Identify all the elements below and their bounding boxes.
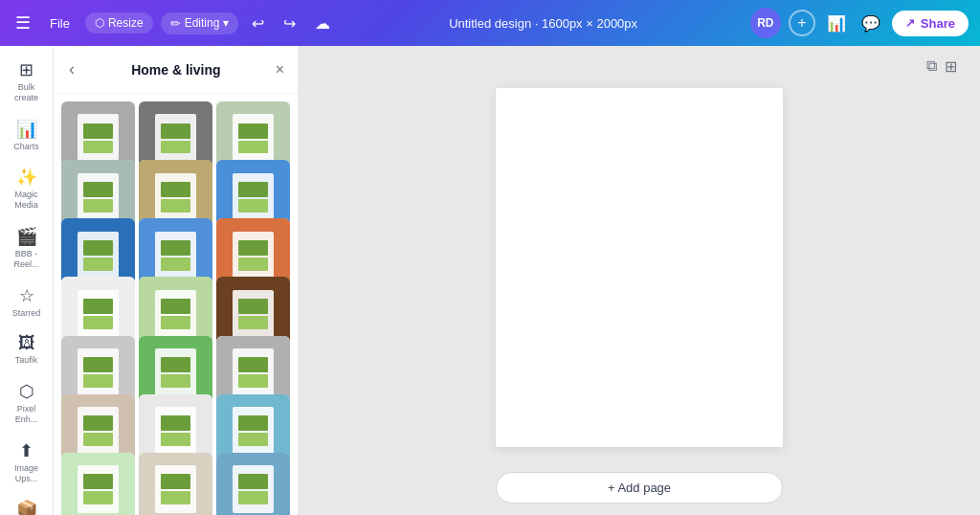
- edit-pen-icon: ✏: [170, 16, 181, 31]
- sidebar-item-magic-media[interactable]: ✨ Magic Media: [2, 161, 52, 216]
- topbar: ☰ File ⬡ Resize ✏ Editing ▾ ↩ ↪ ☁ Untitl…: [0, 0, 980, 46]
- panel-title: Home & living: [80, 62, 272, 78]
- chat-icon[interactable]: 💬: [858, 11, 884, 36]
- redo-button[interactable]: ↪: [278, 11, 301, 36]
- taufik-label: Taufik: [15, 355, 38, 366]
- sidebar-item-pixel-enhance[interactable]: ⬡ Pixel Enh...: [2, 375, 52, 431]
- resize-icon: ⬡: [95, 16, 104, 30]
- panel-header: ‹ Home & living ×: [54, 46, 298, 94]
- sidebar: ⊞ Bulk create📊 Charts✨ Magic Media🎬 BBB …: [0, 46, 54, 515]
- starred-label: Starred: [12, 308, 41, 319]
- pixel-enhance-icon: ⬡: [19, 381, 34, 402]
- mockups-panel: ‹ Home & living ×: [54, 46, 299, 515]
- mockup-item-19[interactable]: [61, 453, 135, 515]
- cloud-save-icon[interactable]: ☁: [309, 11, 336, 36]
- mockups-icon: 📦: [16, 499, 37, 515]
- share-arrow-icon: ↗: [905, 16, 915, 30]
- share-button[interactable]: ↗ Share: [892, 11, 969, 36]
- panel-close-button[interactable]: ×: [272, 59, 288, 80]
- sidebar-item-bbb-reel[interactable]: 🎬 BBB - Reel...: [2, 220, 52, 276]
- user-avatar[interactable]: RD: [750, 8, 781, 38]
- taufik-icon: 🖼: [18, 333, 35, 353]
- canvas-area: ⧉ ⊞ + Add page: [299, 46, 980, 515]
- duplicate-page-icon[interactable]: ⧉: [926, 57, 937, 76]
- canvas: [496, 88, 783, 447]
- magic-media-label: Magic Media: [6, 190, 48, 211]
- share-label: Share: [921, 16, 955, 31]
- sidebar-item-starred[interactable]: ☆ Starred: [2, 280, 52, 325]
- resize-label: Resize: [108, 16, 144, 30]
- mockup-item-20[interactable]: [139, 453, 212, 515]
- editing-button[interactable]: ✏ Editing ▾: [161, 12, 239, 34]
- resize-button[interactable]: ⬡ Resize: [85, 12, 153, 34]
- bbb-reel-icon: 🎬: [16, 226, 37, 247]
- undo-button[interactable]: ↩: [246, 11, 270, 36]
- sidebar-item-bulk-create[interactable]: ⊞ Bulk create: [2, 54, 52, 109]
- panel-back-button[interactable]: ‹: [63, 57, 80, 81]
- bulk-create-label: Bulk create: [6, 82, 48, 103]
- charts-label: Charts: [13, 142, 39, 152]
- mockups-grid: [54, 94, 298, 515]
- bulk-create-icon: ⊞: [19, 59, 33, 80]
- image-ups-label: Image Ups...: [6, 463, 48, 484]
- topbar-right: RD + 📊 💬 ↗ Share: [750, 8, 969, 38]
- mockup-item-21[interactable]: [216, 453, 290, 515]
- add-page-button[interactable]: + Add page: [496, 472, 783, 504]
- charts-icon: 📊: [16, 119, 37, 140]
- add-page-icon[interactable]: ⊞: [945, 57, 957, 76]
- analytics-icon[interactable]: 📊: [823, 11, 850, 36]
- magic-media-icon: ✨: [16, 167, 37, 188]
- sidebar-item-taufik[interactable]: 🖼 Taufik: [2, 327, 52, 371]
- editing-label: Editing: [185, 16, 220, 30]
- sidebar-item-image-ups[interactable]: ⬆ Image Ups...: [2, 435, 52, 490]
- main-content: ⊞ Bulk create📊 Charts✨ Magic Media🎬 BBB …: [0, 46, 980, 515]
- menu-icon[interactable]: ☰: [11, 9, 34, 37]
- pixel-enhance-label: Pixel Enh...: [6, 404, 48, 425]
- image-ups-icon: ⬆: [19, 440, 33, 461]
- sidebar-item-charts[interactable]: 📊 Charts: [2, 113, 52, 158]
- canvas-toolbar: ⧉ ⊞: [926, 57, 957, 76]
- starred-icon: ☆: [19, 285, 34, 306]
- chevron-down-icon: ▾: [223, 16, 229, 30]
- add-team-button[interactable]: +: [789, 10, 815, 36]
- bbb-reel-label: BBB - Reel...: [6, 249, 48, 270]
- document-title: Untitled design · 1600px × 2000px: [344, 16, 743, 31]
- file-button[interactable]: File: [42, 12, 78, 34]
- sidebar-item-mockups[interactable]: 📦 Mockups: [2, 493, 52, 515]
